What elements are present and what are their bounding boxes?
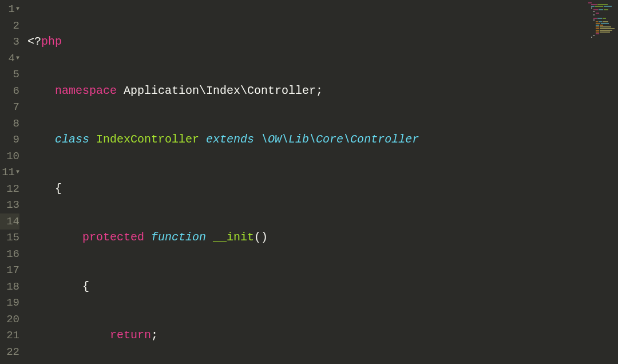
line-number: 11▼: [0, 164, 19, 181]
code-editor-area[interactable]: <?php namespace Application\Index\Contro…: [23, 0, 618, 364]
line-number: 17: [0, 262, 19, 279]
line-number: 2: [0, 18, 19, 34]
line-number: 21: [0, 327, 19, 344]
fold-icon[interactable]: ▼: [16, 164, 19, 181]
minimap[interactable]: [588, 2, 616, 37]
code-line: return;: [27, 327, 618, 344]
line-number: 16: [0, 246, 19, 263]
line-number: 5: [0, 66, 19, 83]
code-line: protected function __init(): [27, 230, 618, 246]
code-line: <?php: [27, 34, 618, 50]
fold-icon[interactable]: ▼: [16, 1, 19, 18]
code-line: namespace Application\Index\Controller;: [27, 83, 618, 100]
line-number: 8: [0, 116, 19, 132]
line-number: 12: [0, 181, 19, 197]
line-number-gutter: 1▼234▼567891011▼1213141516171819202122: [0, 0, 23, 364]
line-number: 9: [0, 132, 19, 148]
line-number: 1▼: [0, 1, 19, 18]
fold-icon[interactable]: ▼: [16, 50, 19, 67]
line-number: 7: [0, 99, 19, 116]
line-number: 4▼: [0, 50, 19, 67]
line-number: 18: [0, 279, 19, 295]
line-number: 14: [0, 213, 19, 230]
line-number: 22: [0, 344, 19, 361]
code-line: {: [27, 279, 618, 295]
line-number: 10: [0, 148, 19, 165]
line-number: 20: [0, 311, 19, 328]
line-number: 3: [0, 34, 19, 50]
line-number: 15: [0, 230, 19, 246]
code-line: class IndexController extends \OW\Lib\Co…: [27, 132, 618, 148]
code-line: {: [27, 181, 618, 197]
line-number: 13: [0, 197, 19, 213]
line-number: 6: [0, 83, 19, 100]
line-number: 19: [0, 295, 19, 311]
